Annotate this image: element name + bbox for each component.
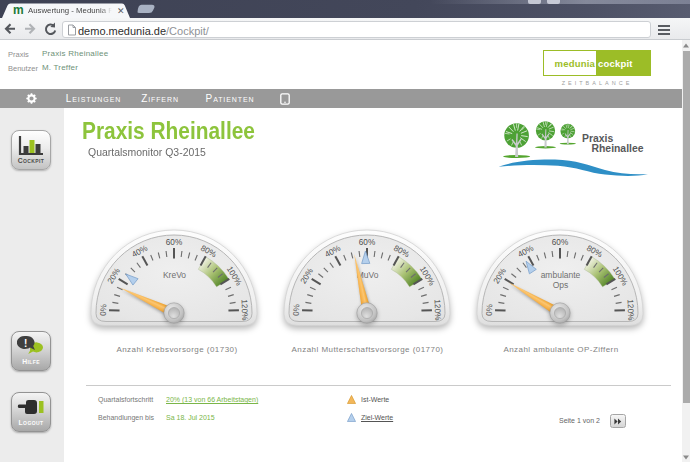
svg-text:0%: 0%	[291, 304, 301, 316]
svg-text:KreVo: KreVo	[163, 270, 186, 280]
svg-text:120%: 120%	[239, 299, 249, 320]
svg-text:Ops: Ops	[553, 280, 569, 290]
svg-text:!: !	[24, 338, 27, 349]
svg-text:120%: 120%	[625, 299, 635, 320]
svg-text:ambulante: ambulante	[541, 270, 581, 280]
svg-text:0%: 0%	[99, 304, 109, 316]
svg-text:60%: 60%	[166, 238, 182, 247]
svg-text:60%: 60%	[552, 238, 568, 247]
svg-text:120%: 120%	[432, 299, 442, 320]
svg-text:60%: 60%	[358, 238, 374, 247]
svg-text:0%: 0%	[485, 304, 495, 316]
